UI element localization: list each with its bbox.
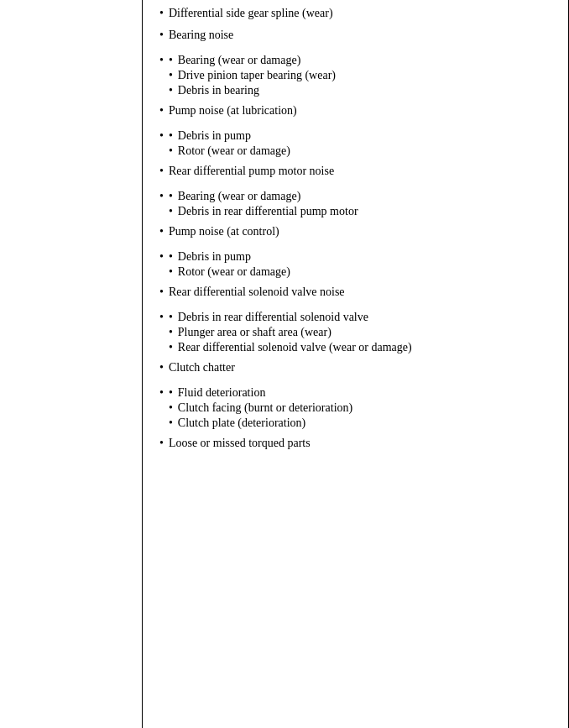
list-item: • Bearing (wear or damage) <box>169 54 336 67</box>
bearing-subitems-container: • • Bearing (wear or damage) • Drive pin… <box>159 54 555 99</box>
list-item: • Rear differential pump motor noise <box>159 165 555 178</box>
item-text: Debris in rear differential solenoid val… <box>178 311 412 324</box>
item-text: Debris in rear differential pump motor <box>178 205 358 218</box>
item-text: Rotor (wear or damage) <box>178 144 290 158</box>
bullet-icon: • <box>169 250 173 264</box>
content-area: • Differential side gear spline (wear) •… <box>143 0 569 728</box>
section-label: Rear differential solenoid valve noise <box>169 285 555 299</box>
pump-lube-sublist: • Debris in pump • Rotor (wear or damage… <box>169 129 290 160</box>
list-item: • Drive pinion taper bearing (wear) <box>169 69 336 82</box>
bullet-icon: • <box>169 265 173 279</box>
bullet-icon: • <box>169 311 173 324</box>
list-item: • Rear differential solenoid valve noise <box>159 285 555 299</box>
list-item: • Rear differential solenoid valve (wear… <box>169 341 412 354</box>
item-text: Differential side gear spline (wear) <box>169 7 555 20</box>
bullet-icon: • <box>169 129 173 143</box>
list-item: • Clutch chatter <box>159 361 555 374</box>
list-item: • Loose or missed torqued parts <box>159 437 555 450</box>
item-text: Rear differential solenoid valve (wear o… <box>178 341 412 354</box>
bullet-icon: • <box>159 250 164 264</box>
list-item: • Debris in bearing <box>169 84 336 97</box>
section-label: Rear differential pump motor noise <box>169 165 555 178</box>
list-item: • Pump noise (at lubrication) <box>159 104 555 118</box>
bullet-icon: • <box>169 416 173 430</box>
pump-noise-lubrication-section: • Pump noise (at lubrication) <box>159 104 555 118</box>
pump-lube-subitems-container: • • Debris in pump • Rotor (wear or dama… <box>159 129 555 160</box>
item-text: Plunger area or shaft area (wear) <box>178 326 412 339</box>
section-label: Pump noise (at lubrication) <box>169 104 555 118</box>
bullet-icon: • <box>159 285 164 299</box>
list-item: • Plunger area or shaft area (wear) <box>169 326 412 339</box>
bullet-icon: • <box>169 326 173 339</box>
bullet-icon: • <box>169 386 173 400</box>
bullet-icon: • <box>159 165 164 178</box>
bullet-icon: • <box>159 361 164 374</box>
item-text: Debris in pump <box>178 250 290 264</box>
item-text: Debris in bearing <box>178 84 336 97</box>
item-text: Bearing (wear or damage) <box>178 54 336 67</box>
solenoid-subitems-container: • • Debris in rear differential solenoid… <box>159 311 555 356</box>
section-label: Pump noise (at control) <box>169 225 555 238</box>
list-item: • Debris in rear differential pump motor <box>169 205 358 218</box>
bullet-icon: • <box>169 69 173 82</box>
list-item: • Debris in rear differential solenoid v… <box>169 311 412 324</box>
pump-control-sublist: • Debris in pump • Rotor (wear or damage… <box>169 250 290 280</box>
section-label: Bearing noise <box>169 29 555 42</box>
bullet-icon: • <box>159 54 164 67</box>
bullet-icon: • <box>169 401 173 415</box>
bullet-icon: • <box>159 311 164 324</box>
bullet-icon: • <box>169 190 173 203</box>
item-text: Drive pinion taper bearing (wear) <box>178 69 336 82</box>
rear-diff-pump-section: • Rear differential pump motor noise <box>159 165 555 178</box>
item-text: Clutch plate (deterioration) <box>178 416 352 430</box>
bullet-icon: • <box>159 437 164 450</box>
clutch-sublist: • Fluid deterioration • Clutch facing (b… <box>169 386 352 432</box>
continuation-list: • Differential side gear spline (wear) <box>159 7 555 20</box>
list-item: • Clutch facing (burnt or deterioration) <box>169 401 352 415</box>
bullet-icon: • <box>169 341 173 354</box>
rear-diff-pump-subitems-container: • • Bearing (wear or damage) • Debris in… <box>159 190 555 220</box>
bearing-noise-section: • Bearing noise <box>159 29 555 42</box>
bullet-icon: • <box>159 225 164 238</box>
list-item: • Bearing noise <box>159 29 555 42</box>
bullet-icon: • <box>169 84 173 97</box>
bullet-icon: • <box>159 386 164 400</box>
list-item: • Debris in pump <box>169 129 290 143</box>
pump-noise-control-section: • Pump noise (at control) <box>159 225 555 238</box>
clutch-subitems-container: • • Fluid deterioration • Clutch facing … <box>159 386 555 432</box>
bearing-sublist: • Bearing (wear or damage) • Drive pinio… <box>169 54 336 99</box>
solenoid-sublist: • Debris in rear differential solenoid v… <box>169 311 412 356</box>
page: • Differential side gear spline (wear) •… <box>0 0 569 728</box>
section-label: Clutch chatter <box>169 361 555 374</box>
bullet-icon: • <box>159 7 164 20</box>
list-item: • Bearing (wear or damage) <box>169 190 358 203</box>
section-label: Loose or missed torqued parts <box>169 437 555 450</box>
item-text: Rotor (wear or damage) <box>178 265 290 279</box>
item-text: Clutch facing (burnt or deterioration) <box>178 401 352 415</box>
list-item: • Fluid deterioration <box>169 386 352 400</box>
left-margin <box>0 0 143 728</box>
solenoid-section: • Rear differential solenoid valve noise <box>159 285 555 299</box>
item-text: Bearing (wear or damage) <box>178 190 358 203</box>
bullet-icon: • <box>169 54 173 67</box>
list-item: • Pump noise (at control) <box>159 225 555 238</box>
list-item: • Clutch plate (deterioration) <box>169 416 352 430</box>
list-item: • Rotor (wear or damage) <box>169 144 290 158</box>
item-text: Fluid deterioration <box>178 386 352 400</box>
rear-diff-pump-sublist: • Bearing (wear or damage) • Debris in r… <box>169 190 358 220</box>
loose-torque-section: • Loose or missed torqued parts <box>159 437 555 450</box>
list-item: • Differential side gear spline (wear) <box>159 7 555 20</box>
list-item: • Rotor (wear or damage) <box>169 265 290 279</box>
bullet-icon: • <box>169 144 173 158</box>
list-item: • Debris in pump <box>169 250 290 264</box>
bullet-icon: • <box>169 205 173 218</box>
clutch-chatter-section: • Clutch chatter <box>159 361 555 374</box>
bullet-icon: • <box>159 190 164 203</box>
item-text: Debris in pump <box>178 129 290 143</box>
bullet-icon: • <box>159 104 164 118</box>
bullet-icon: • <box>159 129 164 143</box>
pump-control-subitems-container: • • Debris in pump • Rotor (wear or dama… <box>159 250 555 280</box>
bullet-icon: • <box>159 29 164 42</box>
